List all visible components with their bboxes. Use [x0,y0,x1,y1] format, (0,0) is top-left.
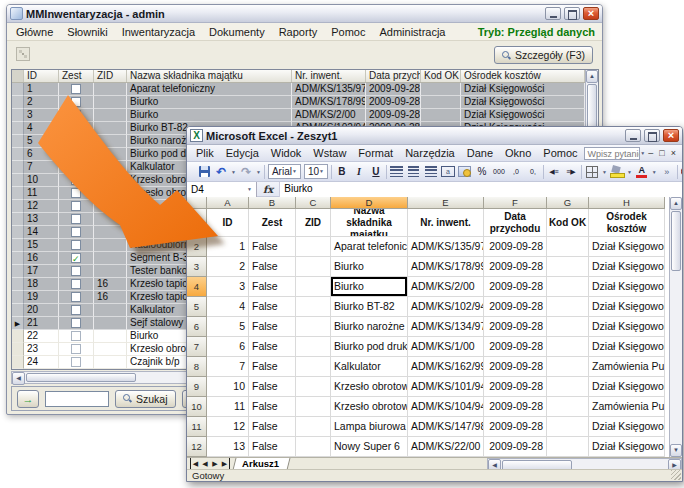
cell-data-przychodu[interactable]: 2009-09-28 [366,96,421,109]
checkbox-unchecked[interactable] [71,188,81,198]
cell-zest[interactable] [59,161,94,174]
chevron-down-icon[interactable]: ▼ [652,169,657,175]
menu-administracja[interactable]: Administracja [372,25,452,39]
increase-decimal-button[interactable]: ,0 [509,164,523,179]
cell-id[interactable]: 6 [24,148,59,161]
cell-f12[interactable]: 2009-09-28 [484,437,547,457]
cell-c9[interactable] [296,377,331,397]
cell-zid[interactable] [94,265,127,278]
borders-button[interactable] [585,164,599,179]
cell-c7[interactable] [296,337,331,357]
cell-zest[interactable] [59,187,94,200]
cell-g2[interactable] [547,237,589,257]
checkbox-unchecked[interactable] [71,162,81,172]
checkbox-unchecked[interactable] [71,240,81,250]
bold-button[interactable]: B [335,164,349,179]
cell-h4[interactable]: Dział Księgowości [589,277,665,297]
cell-id[interactable]: 17 [24,265,59,278]
cell-d10[interactable]: Krzesło obrotowe [331,397,408,417]
cell-zid[interactable] [94,226,127,239]
cell-d11[interactable]: Lampa biurowa [331,417,408,437]
workbook-restore-icon[interactable]: □ [656,147,667,160]
align-center-button[interactable] [407,164,421,179]
cell-h5[interactable]: Dział Księgowości [589,297,665,317]
cell-id[interactable]: 2 [24,96,59,109]
cell-zest[interactable] [59,148,94,161]
prev-sheet-icon[interactable]: ◀ [200,458,210,469]
header-cell-zid[interactable]: ZID [296,209,331,237]
chevron-down-icon[interactable]: ▼ [627,169,632,175]
font-name-select[interactable]: Arial▼ [268,164,301,179]
header-cell-nazwa-sk-adnika-majatku[interactable]: Nazwa składnika majątku [331,209,408,237]
workbook-minimize-icon[interactable]: – [645,147,656,160]
row-selector[interactable] [12,304,24,317]
cell-zest[interactable] [59,200,94,213]
cell-zid[interactable] [94,96,127,109]
cell-a5[interactable]: 4 [207,297,249,317]
cell-zid[interactable] [94,213,127,226]
row-selector[interactable] [12,343,24,356]
checkbox-unchecked[interactable] [71,149,81,159]
checkbox-checked[interactable] [71,253,81,263]
increase-indent-button[interactable]: ≡▶ [564,164,578,179]
thousands-button[interactable]: 000 [492,164,506,179]
cell-id[interactable]: 23 [24,343,59,356]
selection-tool-icon[interactable] [16,47,30,61]
cell-c12[interactable] [296,437,331,457]
cell-id[interactable]: 11 [24,187,59,200]
header-cell-data-przychodu[interactable]: Data przychodu [484,209,547,237]
cell-b5[interactable]: False [249,297,296,317]
menu-raporty[interactable]: Raporty [272,25,325,39]
row-selector[interactable] [12,83,24,96]
cell-a7[interactable]: 6 [207,337,249,357]
sheet-tab-arkusz1[interactable]: Arkusz1 [233,458,291,470]
search-button[interactable]: Szukaj [115,390,176,408]
cell-a4[interactable]: 3 [207,277,249,297]
cell-g9[interactable] [547,377,589,397]
cell-b10[interactable]: False [249,397,296,417]
chevron-down-icon[interactable]: ▼ [256,169,261,175]
cell-f8[interactable]: 2009-09-28 [484,357,547,377]
maximize-button[interactable] [564,7,580,20]
header-cell-id[interactable]: ID [207,209,249,237]
cell-id[interactable]: 3 [24,109,59,122]
cell-zid[interactable] [94,317,127,330]
cell-e3[interactable]: ADM/KS/178/99 [408,257,484,277]
cell-zid[interactable]: 16 [94,278,127,291]
row-selector-header[interactable] [12,70,24,82]
undo-button[interactable]: ↶ [214,164,228,179]
cell-c10[interactable] [296,397,331,417]
cell-f6[interactable]: 2009-09-28 [484,317,547,337]
row-selector[interactable] [12,122,24,135]
cell-data-przychodu[interactable]: 2009-09-28 [366,83,421,96]
cell-c11[interactable] [296,417,331,437]
row-header-1[interactable]: 1 [187,209,207,237]
cell-d9[interactable]: Krzesło obrotowe [331,377,408,397]
excel-menu-plik[interactable]: Plik [190,146,220,160]
cell-zid[interactable] [94,252,127,265]
cell-zest[interactable] [59,109,94,122]
cell-id[interactable]: 13 [24,213,59,226]
cell-g10[interactable] [547,397,589,417]
workbook-close-icon[interactable]: × [668,147,679,160]
row-selector[interactable]: ▶ [12,317,24,330]
checkbox-unchecked[interactable] [71,214,81,224]
cell-d8[interactable]: Kalkulator [331,357,408,377]
checkbox-unchecked[interactable] [71,136,81,146]
row-selector[interactable] [12,96,24,109]
table-row[interactable]: 2BiurkoADM/KS/178/992009-09-28Dział Księ… [12,96,585,109]
cell-id[interactable]: 7 [24,161,59,174]
cell-b2[interactable]: False [249,237,296,257]
cell-b8[interactable]: False [249,357,296,377]
checkbox-unchecked[interactable] [71,227,81,237]
checkbox-unchecked[interactable] [71,344,81,354]
cell-g11[interactable] [547,417,589,437]
excel-menu-widok[interactable]: Widok [265,146,308,160]
scroll-thumb[interactable] [671,211,681,271]
cell-c6[interactable] [296,317,331,337]
cell-id[interactable]: 10 [24,174,59,187]
col-header-a[interactable]: A [207,197,249,209]
cell-f3[interactable]: 2009-09-28 [484,257,547,277]
cell-b4[interactable]: False [249,277,296,297]
cell-id[interactable]: 5 [24,135,59,148]
